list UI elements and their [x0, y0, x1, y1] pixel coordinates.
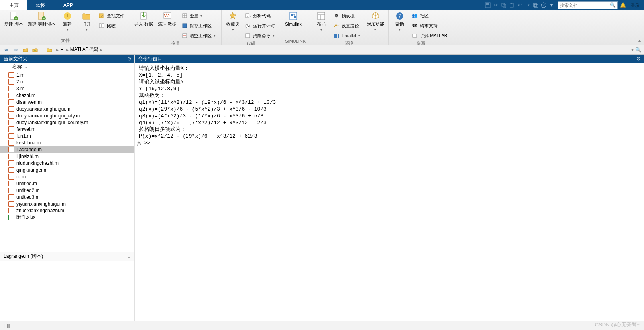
- m-file-icon: [8, 201, 14, 207]
- nav-back-icon[interactable]: ⇦: [3, 46, 10, 53]
- import-data-button[interactable]: 导入 数据: [134, 11, 153, 27]
- addr-search-icon[interactable]: 🔍: [635, 47, 641, 53]
- m-file-icon: [8, 174, 14, 180]
- qat-dropdown-icon[interactable]: ▾: [548, 1, 556, 9]
- file-item[interactable]: 附件.xlsx: [0, 214, 134, 221]
- copy-icon[interactable]: [500, 1, 508, 9]
- search-docs[interactable]: 🔍: [558, 1, 618, 9]
- xlsx-file-icon: [8, 215, 14, 220]
- new-live-script-button[interactable]: +新建 实时脚本: [28, 11, 55, 27]
- file-name: 附件.xlsx: [16, 214, 35, 221]
- m-file-icon: [8, 188, 14, 193]
- svg-rect-7: [534, 4, 538, 7]
- file-item[interactable]: chazhi.m: [0, 92, 134, 99]
- nav-forward-icon[interactable]: ⇨: [12, 46, 20, 53]
- file-item[interactable]: tu.m: [0, 173, 134, 180]
- m-file-icon: [8, 133, 14, 139]
- file-item[interactable]: fanwei.m: [0, 126, 134, 132]
- file-item[interactable]: 1.m: [0, 71, 134, 78]
- panel-menu-icon[interactable]: ⊙: [636, 56, 640, 61]
- details-header[interactable]: Lagrange.m (脚本) ⌄: [0, 252, 134, 261]
- file-item[interactable]: untitled3.m: [0, 194, 134, 200]
- addons-button[interactable]: 附加功能: [367, 11, 384, 32]
- cut-icon[interactable]: ✂: [492, 1, 500, 9]
- chevron-down-icon[interactable]: ⌄: [127, 254, 131, 259]
- run-and-time-button[interactable]: 运行并计时: [245, 21, 277, 30]
- learn-matlab-button[interactable]: 了解 MATLAB: [412, 31, 449, 40]
- crumb-folder[interactable]: MATLAB代码: [70, 46, 98, 53]
- file-item[interactable]: Ljinsizhi.m: [0, 153, 134, 160]
- redo-icon[interactable]: ↷: [524, 1, 532, 9]
- clear-workspace-button[interactable]: 清空工作区: [181, 31, 217, 40]
- save-workspace-button[interactable]: 保存工作区: [181, 21, 217, 30]
- layout-button[interactable]: 布局: [314, 11, 328, 32]
- search-input[interactable]: [560, 3, 608, 8]
- file-name: yiyuanxianxinghuigui.m: [16, 201, 66, 207]
- bell-icon[interactable]: 🔔: [620, 2, 626, 8]
- clear-commands-button[interactable]: 清除命令: [245, 31, 277, 40]
- login-link[interactable]: 登录: [628, 2, 642, 8]
- file-type-icon: [4, 64, 9, 70]
- simulink-button[interactable]: Simulink: [285, 11, 302, 27]
- analyze-code-button[interactable]: 分析代码: [245, 11, 277, 20]
- preferences-button[interactable]: ⚙预设项: [333, 11, 362, 20]
- switch-windows-icon[interactable]: [532, 1, 540, 9]
- file-name: fanwei.m: [16, 126, 35, 132]
- file-item[interactable]: 2.m: [0, 78, 134, 85]
- help-icon[interactable]: ?: [540, 1, 548, 9]
- panel-menu-icon[interactable]: ⊙: [127, 56, 131, 61]
- m-file-icon: [8, 140, 14, 146]
- name-column-header[interactable]: 名称: [12, 63, 22, 70]
- file-item[interactable]: 3.m: [0, 85, 134, 92]
- file-item[interactable]: untitled.m: [0, 180, 134, 187]
- svg-rect-40: [336, 34, 337, 38]
- file-item[interactable]: zhucixianxingchazhi.m: [0, 207, 134, 214]
- nav-up-icon[interactable]: [22, 46, 29, 53]
- crumb-drive[interactable]: F:: [60, 47, 65, 53]
- nav-browse-icon[interactable]: [31, 46, 39, 53]
- tab-home[interactable]: 主页: [0, 0, 27, 10]
- help-button[interactable]: ?帮助: [393, 11, 407, 32]
- search-icon[interactable]: 🔍: [610, 2, 616, 8]
- file-item[interactable]: niudunxingchazhi.m: [0, 160, 134, 166]
- file-item[interactable]: keshihua.m: [0, 139, 134, 146]
- tab-plot[interactable]: 绘图: [27, 0, 55, 10]
- open-button[interactable]: 打开: [79, 11, 94, 32]
- parallel-button[interactable]: Parallel: [333, 31, 362, 40]
- file-item[interactable]: yiyuanxianxinghuigui.m: [0, 200, 134, 207]
- community-button[interactable]: 👥社区: [412, 11, 449, 20]
- fx-icon[interactable]: fx: [137, 140, 143, 146]
- file-name: untitled.m: [16, 181, 37, 186]
- new-button[interactable]: +新建: [60, 11, 75, 32]
- addr-dropdown-icon[interactable]: ▾: [631, 47, 634, 53]
- find-files-button[interactable]: 查找文件: [98, 11, 126, 20]
- file-name: zhucixianxingchazhi.m: [16, 208, 64, 213]
- new-script-button[interactable]: +新建 脚本: [4, 11, 23, 27]
- set-path-button[interactable]: 设置路径: [333, 21, 362, 30]
- undo-icon[interactable]: ↶: [516, 1, 524, 9]
- save-icon[interactable]: [484, 1, 492, 9]
- favorites-button[interactable]: 收藏夹: [226, 11, 240, 32]
- file-item[interactable]: qingkuanger.m: [0, 166, 134, 173]
- file-item[interactable]: duoyuanxianxinghuigui_city.m: [0, 112, 134, 119]
- command-window[interactable]: 请输入横坐标向量X：X=[1, 2, 4, 5]请输入纵坐标向量Y：Y=[16,…: [135, 63, 644, 321]
- svg-text:?: ?: [542, 3, 544, 7]
- paste-icon[interactable]: [508, 1, 516, 9]
- file-item[interactable]: untitled2.m: [0, 187, 134, 194]
- file-item[interactable]: fun1.m: [0, 132, 134, 139]
- file-list-header[interactable]: 名称 ▴: [0, 63, 134, 71]
- variable-button[interactable]: 变量: [181, 11, 217, 20]
- compare-button[interactable]: 比较: [98, 21, 126, 30]
- file-item[interactable]: disanwen.m: [0, 99, 134, 105]
- file-item[interactable]: Lagrange.m: [0, 146, 134, 153]
- ribbon-group-variable: 导入 数据 清理 数据 变量 保存工作区 清空工作区 变量: [130, 10, 222, 45]
- support-button[interactable]: ☎请求支持: [412, 21, 449, 30]
- file-item[interactable]: duoyuanxianxinghuigui_country.m: [0, 119, 134, 126]
- file-item[interactable]: duoyuanxianxinghuigui.m: [0, 105, 134, 112]
- collapse-ribbon-icon[interactable]: ▴: [636, 10, 644, 45]
- clean-data-button[interactable]: 清理 数据: [158, 11, 177, 27]
- svg-text:+: +: [15, 17, 17, 20]
- tab-app[interactable]: APP: [55, 0, 82, 10]
- svg-rect-36: [318, 12, 325, 20]
- file-tree[interactable]: 1.m2.m3.mchazhi.mdisanwen.mduoyuanxianxi…: [0, 71, 134, 250]
